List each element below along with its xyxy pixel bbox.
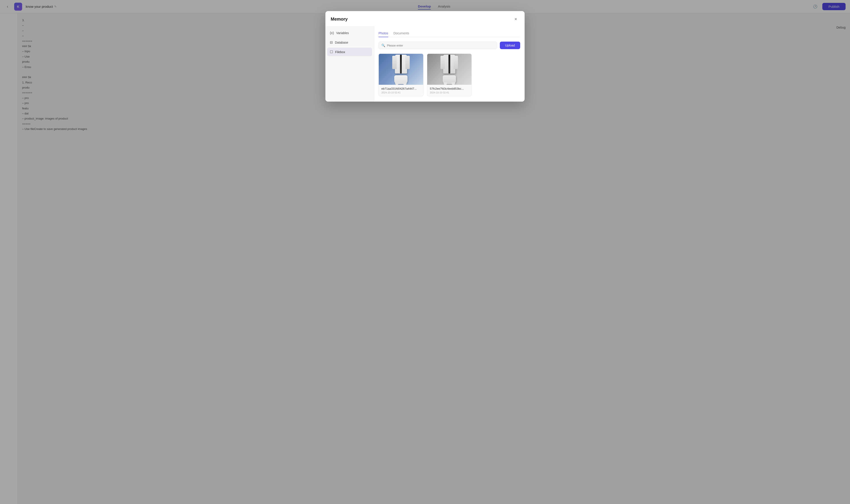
modal-overlay: Memory × (x) Variables ⊟ Database ☐ File… bbox=[0, 0, 310, 504]
